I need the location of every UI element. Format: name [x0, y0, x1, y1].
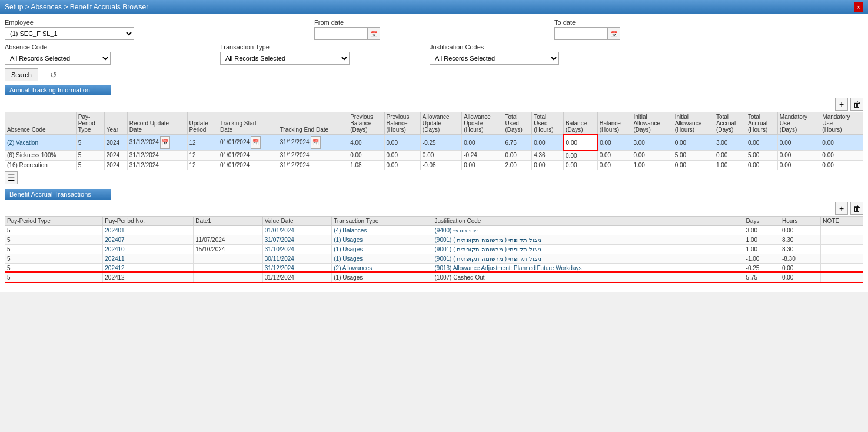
- add-transaction-button[interactable]: +: [835, 202, 848, 215]
- col-record-update-date: Record UpdateDate: [127, 112, 187, 135]
- table-cell: (16) Recreation: [5, 160, 77, 170]
- transaction-link[interactable]: (9013) Allowance Adjustment: Planned Fut…: [435, 265, 582, 271]
- table-cell: [194, 273, 262, 282]
- transaction-link[interactable]: (2) Allowances: [334, 265, 372, 271]
- transaction-link[interactable]: (1) Usages: [334, 255, 363, 262]
- table-cell: 2024: [104, 160, 127, 170]
- table-cell: 4.00: [348, 135, 384, 151]
- table-cell: (9013) Allowance Adjustment: Planned Fut…: [433, 263, 744, 273]
- table-cell: [821, 244, 863, 254]
- delete-annual-button[interactable]: 🗑: [850, 98, 863, 111]
- breadcrumb: Setup > Absences > Benefit Accruals Brow…: [5, 3, 148, 11]
- transaction-link[interactable]: 202412: [105, 265, 124, 271]
- col-txn-value-date: Value Date: [262, 216, 331, 225]
- transaction-link[interactable]: (4) Balances: [334, 227, 367, 234]
- table-cell: 5.00: [746, 151, 777, 161]
- table-cell: -1.00: [744, 254, 780, 263]
- transaction-link[interactable]: (9001) ניצול תקופתי ( מרשומה תקופתית ): [435, 246, 541, 252]
- benefit-accrual-header: Benefit Accrual Transactions: [5, 189, 111, 200]
- to-date-calendar-button[interactable]: 📅: [607, 27, 620, 40]
- close-button[interactable]: ×: [854, 2, 863, 12]
- employee-label: Employee: [5, 19, 140, 26]
- table-cell: 202401: [103, 225, 194, 235]
- transaction-link[interactable]: 01/01/2024: [265, 227, 294, 234]
- from-date-input[interactable]: 20/11/2024: [314, 27, 367, 40]
- to-date-input[interactable]: dd/mm/yyyy: [554, 27, 607, 40]
- calendar-btn[interactable]: 📅: [160, 136, 170, 149]
- table-cell: 202411: [103, 254, 194, 263]
- table-cell: 5: [5, 273, 103, 282]
- table-cell: [194, 225, 262, 235]
- table-cell: 31/10/2024: [262, 244, 331, 254]
- col-total-accrual-hours: TotalAccrual(Hours): [746, 112, 777, 135]
- table-cell: (1) Usages: [332, 273, 433, 282]
- table-row: 520240711/07/202431/07/2024(1) Usages(90…: [5, 235, 863, 244]
- table-cell: (1007) Cashed Out: [433, 273, 744, 282]
- table-cell: (9001) ניצול תקופתי ( מרשומה תקופתית ): [433, 254, 744, 263]
- annual-tracking-table: Absence Code Pay-PeriodType Year Record …: [5, 112, 863, 170]
- transaction-link[interactable]: 31/12/2024: [265, 265, 294, 271]
- table-cell: 31/07/2024: [262, 235, 331, 244]
- transaction-link[interactable]: (9001) ניצול תקופתי ( מרשומה תקופתית ): [435, 255, 541, 262]
- table-cell: [821, 263, 863, 273]
- table-cell: 0.00: [597, 151, 631, 161]
- table-row: 520241130/11/2024(1) Usages(9001) ניצול …: [5, 254, 863, 263]
- calendar-btn[interactable]: 📅: [251, 136, 261, 149]
- table-cell: (2) Allowances: [332, 263, 433, 273]
- table-cell: 3.00: [744, 225, 780, 235]
- delete-transaction-button[interactable]: 🗑: [850, 202, 863, 215]
- table-cell: 0.00: [384, 135, 420, 151]
- transaction-type-label: Transaction Type: [220, 44, 350, 51]
- col-prev-bal-hours: PreviousBalance(Hours): [384, 112, 420, 135]
- transaction-link[interactable]: 30/11/2024: [265, 255, 294, 262]
- from-date-calendar-button[interactable]: 📅: [367, 27, 380, 40]
- refresh-icon[interactable]: ↺: [50, 70, 57, 79]
- table-cell: 1.00: [744, 244, 780, 254]
- table-cell: -8.30: [780, 254, 820, 263]
- search-button[interactable]: Search: [5, 68, 38, 81]
- table-cell: 8.30: [780, 244, 820, 254]
- transaction-link[interactable]: 202410: [105, 246, 124, 252]
- justification-codes-select[interactable]: All Records Selected: [430, 52, 559, 65]
- transaction-type-select[interactable]: All Records Selected: [220, 52, 350, 65]
- table-cell: 31/12/2024: [278, 160, 348, 170]
- table-cell: 0.00: [348, 151, 384, 161]
- title-bar: Setup > Absences > Benefit Accruals Brow…: [0, 0, 868, 14]
- absence-code-link[interactable]: (2) Vacation: [7, 139, 38, 146]
- transaction-link[interactable]: (9001) ניצול תקופתי ( מרשומה תקופתית ): [435, 237, 541, 243]
- absence-code-select[interactable]: All Records Selected: [5, 52, 111, 65]
- to-date-label: To date: [554, 19, 620, 26]
- add-annual-button[interactable]: +: [835, 98, 848, 111]
- col-update-period: UpdatePeriod: [187, 112, 218, 135]
- table-cell: 8.30: [780, 235, 820, 244]
- table-cell: 1.00: [714, 160, 746, 170]
- col-txn-pay-period-type: Pay-Period Type: [5, 216, 103, 225]
- transaction-link[interactable]: 202411: [105, 255, 124, 262]
- col-txn-justification-code: Justification Code: [433, 216, 744, 225]
- table-cell: 0.00: [564, 135, 598, 151]
- table-cell: 5.75: [744, 273, 780, 282]
- table-cell: 15/10/2024: [194, 244, 262, 254]
- col-allow-update-hours: AllowanceUpdate(Hours): [462, 112, 503, 135]
- table-cell: (9001) ניצול תקופתי ( מרשומה תקופתית ): [433, 235, 744, 244]
- table-cell: (6) Sickness 100%: [5, 151, 77, 161]
- employee-select[interactable]: (1) SEC_F SL_1: [5, 27, 134, 40]
- table-config-button[interactable]: ☰: [5, 171, 18, 184]
- table-cell: 202412: [103, 263, 194, 273]
- table-cell: 5: [5, 254, 103, 263]
- table-cell: 5: [5, 225, 103, 235]
- transaction-link[interactable]: 202407: [105, 237, 124, 243]
- transaction-link[interactable]: (1) Usages: [334, 237, 363, 243]
- calendar-btn[interactable]: 📅: [311, 136, 321, 149]
- transaction-link[interactable]: 31/10/2024: [265, 246, 294, 252]
- table-cell: [821, 254, 863, 263]
- transaction-link[interactable]: (1) Usages: [334, 246, 363, 252]
- table-cell: 2024: [104, 135, 127, 151]
- table-cell: 0.00: [597, 160, 631, 170]
- transaction-link[interactable]: 202401: [105, 227, 124, 234]
- transaction-link[interactable]: (9400) זיכוי חודשי: [435, 227, 478, 234]
- transaction-link[interactable]: 31/07/2024: [265, 237, 294, 243]
- table-row: 520241015/10/202431/10/2024(1) Usages(90…: [5, 244, 863, 254]
- col-init-allow-days: InitialAllowance(Days): [631, 112, 673, 135]
- col-prev-bal-days: PreviousBalance(Days): [348, 112, 384, 135]
